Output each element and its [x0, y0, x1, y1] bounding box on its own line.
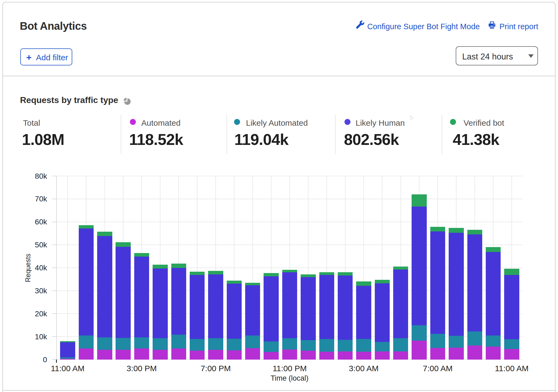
svg-text:3:00 PM: 3:00 PM	[127, 364, 157, 373]
svg-text:11:00 PM: 11:00 PM	[273, 364, 307, 373]
svg-text:50k: 50k	[35, 241, 47, 249]
svg-text:10k: 10k	[35, 333, 47, 341]
svg-text:0: 0	[43, 356, 47, 364]
svg-text:70k: 70k	[35, 195, 47, 203]
svg-text:30k: 30k	[35, 287, 47, 295]
svg-text:80k: 80k	[35, 172, 47, 180]
svg-text:20k: 20k	[35, 310, 47, 318]
svg-text:7:00 AM: 7:00 AM	[423, 364, 452, 373]
svg-text:3:00 AM: 3:00 AM	[349, 364, 379, 373]
svg-text:7:00 PM: 7:00 PM	[201, 364, 231, 373]
svg-text:40k: 40k	[35, 264, 47, 272]
svg-text:Time (local): Time (local)	[271, 374, 308, 382]
svg-text:Requests: Requests	[24, 254, 32, 282]
svg-text:11:00 AM: 11:00 AM	[51, 364, 85, 373]
svg-text:60k: 60k	[35, 218, 47, 226]
svg-text:11:00 AM: 11:00 AM	[495, 364, 529, 373]
